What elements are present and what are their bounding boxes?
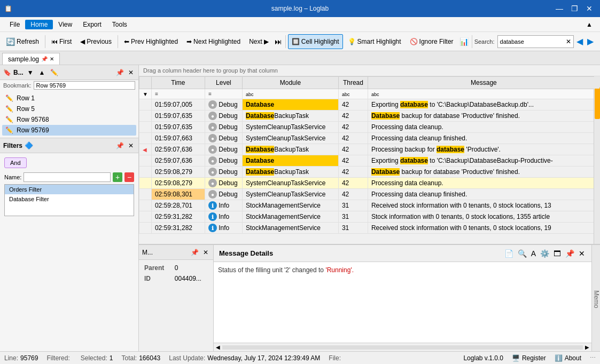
bookmark-item-row5[interactable]: ✏️ Row 5 — [2, 104, 136, 114]
previous-button[interactable]: ◀ Previous — [76, 34, 115, 49]
menu-export[interactable]: Export — [77, 20, 107, 29]
bookmark-item-row1[interactable]: ✏️ Row 1 — [2, 93, 136, 104]
msg-settings-button[interactable]: ⚙️ — [539, 248, 550, 259]
search-next-button[interactable]: ▶ — [586, 36, 595, 46]
register-icon: 🖥️ — [512, 354, 520, 362]
bookmarks-edit-button[interactable]: ✏️ — [49, 68, 60, 77]
search-input[interactable] — [500, 38, 564, 45]
bookmark-item-row95769[interactable]: ✏️ Row 95769 — [2, 125, 136, 136]
prev-highlighted-label: Prev Highlighted — [131, 38, 178, 45]
row-level: ● Debug — [205, 99, 242, 110]
table-row[interactable]: 02:59:31,282 ℹ Info StockManagementServi… — [139, 223, 600, 234]
row-message: Processing backup for database 'Producti… — [368, 144, 599, 155]
smart-highlight-button[interactable]: 💡 Smart Highlight — [344, 34, 405, 49]
msg-detail-footer: ◀ ▶ — [214, 343, 591, 351]
memo-label: Memo — [593, 290, 600, 308]
filters-pin-button[interactable]: 📌 — [114, 141, 126, 150]
next-button[interactable]: Next ▶ — [245, 34, 272, 49]
table-row[interactable]: 01:59:07,635 ● Debug SystemCleanupTaskSe… — [139, 122, 600, 133]
msg-pin-button[interactable]: 📌 — [564, 248, 575, 259]
search-box: ✕ — [497, 35, 574, 48]
bookmarks-sort-asc-button[interactable]: ▼ — [26, 68, 35, 77]
row-message: Exporting database to 'C:\Backup\Databas… — [368, 155, 599, 167]
about-button[interactable]: ℹ️ About — [555, 354, 581, 362]
next-highlighted-icon: ➡ — [186, 38, 192, 45]
table-row[interactable]: 02:59:28,701 ℹ Info StockManagementServi… — [139, 200, 600, 211]
toolbar-sep-1 — [45, 35, 45, 48]
search-prev-button[interactable]: ◀ — [575, 36, 585, 46]
table-row[interactable]: 02:59:07,636 ● Debug Database 42 Exporti… — [139, 155, 600, 167]
msg-minimize-button[interactable]: 🗖 — [552, 248, 562, 259]
tab-sample-log[interactable]: sample.log 📌 ✕ — [2, 53, 60, 65]
bookmarks-pin-button[interactable]: 📌 — [114, 68, 126, 77]
register-button[interactable]: 🖥️ Register — [512, 354, 546, 362]
bookmark-item-row95768[interactable]: ✏️ Row 95768 — [2, 114, 136, 125]
table-row[interactable]: 02:59:08,301 ● Debug SystemCleanupTaskSe… — [139, 189, 600, 200]
next-highlighted-button[interactable]: ➡ Next Highlighted — [183, 34, 244, 49]
minimize-button[interactable]: — — [553, 2, 566, 15]
log-table-container: Drag a column header here to group by th… — [139, 65, 600, 244]
filter-name-input[interactable] — [24, 172, 111, 182]
expand-icon[interactable]: ▶ — [585, 344, 589, 350]
filter-level-icon: = — [208, 91, 212, 97]
scrollbar-thumb — [595, 87, 600, 119]
table-row[interactable]: ◀ 02:59:07,636 ● Debug DatabaseBackupTas… — [139, 144, 600, 155]
first-button[interactable]: ⏮ First — [48, 34, 75, 49]
first-icon: ⏮ — [51, 38, 58, 45]
menu-home[interactable]: Home — [25, 20, 53, 29]
bookmarks-close-button[interactable]: ✕ — [127, 68, 135, 77]
filter-thread-cell: abc — [338, 89, 368, 99]
filter-add-button[interactable]: + — [113, 172, 122, 182]
column-filter-row: ▼ = = abc abc abc — [139, 89, 600, 99]
right-content: Drag a column header here to group by th… — [139, 65, 600, 351]
menu-collapse-button[interactable]: ▲ — [583, 20, 596, 29]
row-thread: 42 — [338, 144, 368, 155]
msg-highlight: 'Running'. — [325, 266, 354, 274]
horizontal-scrollbar[interactable] — [222, 345, 583, 350]
menu-file[interactable]: File — [4, 20, 25, 29]
status-selected: Selected: 1 — [81, 354, 113, 362]
filters-close-button[interactable]: ✕ — [127, 141, 135, 150]
msg-left-pin-button[interactable]: 📌 — [189, 248, 200, 257]
msg-search-button[interactable]: 🔍 — [517, 248, 528, 259]
scroll-left-icon[interactable]: ◀ — [216, 344, 220, 350]
msg-copy-button[interactable]: 📄 — [503, 248, 515, 259]
table-row[interactable]: 02:59:08,279 ● Debug DatabaseBackupTask … — [139, 167, 600, 178]
bookmark-label-row95769: Row 95769 — [17, 126, 49, 134]
filter-body: And Name: + − Orders Filter Database Fil… — [0, 153, 138, 220]
restore-button[interactable]: ❐ — [568, 2, 581, 15]
vertical-scrollbar[interactable] — [594, 76, 600, 244]
row-module: DatabaseBackupTask — [242, 110, 338, 122]
toolbar-sep-2 — [118, 35, 118, 48]
highlight-text: Database — [246, 112, 274, 120]
table-row[interactable]: 01:59:07,005 ● Debug Database 42 Exporti… — [139, 99, 600, 110]
more-button[interactable]: ⋯ — [590, 354, 596, 361]
table-row[interactable]: 02:59:08,279 ● Debug SystemCleanupTaskSe… — [139, 178, 600, 189]
table-row[interactable]: 01:59:07,635 ● Debug DatabaseBackupTask … — [139, 110, 600, 122]
table-row[interactable]: 02:59:31,282 ℹ Info StockManagementServi… — [139, 211, 600, 223]
prev-highlighted-button[interactable]: ⬅ Prev Highlighted — [120, 34, 182, 49]
msg-left-close-button[interactable]: ✕ — [201, 248, 210, 257]
bookmark-input[interactable] — [34, 81, 135, 90]
tab-close-button[interactable]: ✕ — [50, 56, 54, 62]
filter-delete-button[interactable]: − — [124, 172, 134, 182]
log-table-wrap[interactable]: Time Level Module Thread Message ▼ = = — [139, 76, 600, 244]
menu-view[interactable]: View — [53, 20, 77, 29]
cell-highlight-button[interactable]: 🔲 Cell Highlight — [288, 34, 343, 49]
close-button[interactable]: ✕ — [583, 2, 596, 15]
bookmark-icon-main: 🔖 — [3, 69, 11, 76]
ignore-filter-button[interactable]: 🚫 Ignore Filter — [406, 34, 457, 49]
refresh-button[interactable]: 🔄 Refresh — [2, 34, 43, 49]
menu-tools[interactable]: Tools — [107, 20, 133, 29]
msg-font-button[interactable]: A — [530, 248, 537, 259]
filter-item-db[interactable]: Database Filter — [5, 194, 134, 204]
search-clear-button[interactable]: ✕ — [566, 38, 571, 45]
bookmarks-sort-desc-button[interactable]: ▲ — [37, 68, 47, 77]
and-button[interactable]: And — [4, 157, 27, 168]
table-row[interactable]: 01:59:07,663 ● Debug SystemCleanupTaskSe… — [139, 133, 600, 144]
memo-panel[interactable]: Memo — [591, 245, 600, 351]
filter-item-orders[interactable]: Orders Filter — [5, 185, 134, 194]
app-icon: 📋 — [4, 5, 12, 12]
bookmark-label-row5: Row 5 — [17, 105, 35, 113]
msg-close-button[interactable]: ✕ — [578, 248, 586, 259]
